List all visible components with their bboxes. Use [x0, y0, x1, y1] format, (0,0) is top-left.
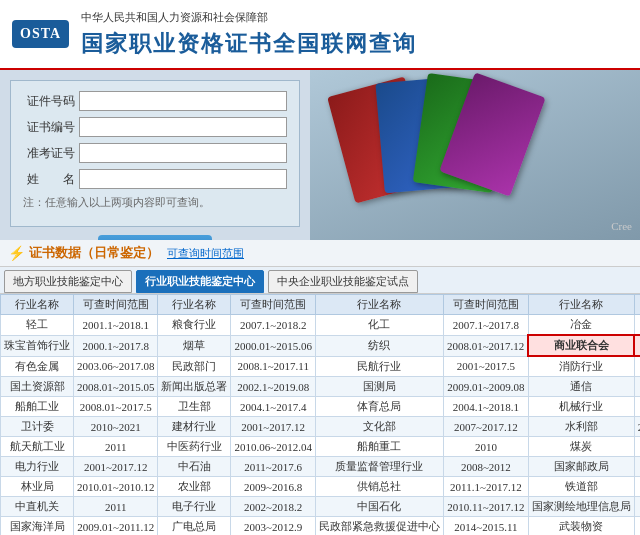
image-panel: Cree	[310, 70, 640, 240]
table-cell: 烟草	[158, 335, 231, 356]
form-box: 证件号码 证书编号 准考证号 姓 名 注：任意输入以上两项内容即可查询。	[10, 80, 300, 227]
table-cell: 2010	[634, 457, 640, 477]
table-cell: 铁道部	[528, 477, 634, 497]
exam-num-row: 准考证号	[23, 143, 287, 163]
table-cell: 2006~2018.2	[634, 437, 640, 457]
table-cell: 2007~2017.12	[443, 417, 528, 437]
table-cell: 电子行业	[158, 497, 231, 517]
table-cell: 2001~2017.5	[443, 356, 528, 377]
tab-row: 地方职业技能鉴定中心 行业职业技能鉴定中心 中央企业职业技能鉴定试点	[0, 267, 640, 294]
col-h4: 可查时间范围	[231, 295, 315, 315]
section-title: 证书数据（日常鉴定）	[29, 244, 159, 262]
section-note-link[interactable]: 可查询时间范围	[167, 246, 244, 261]
table-cell: 2008.01~2017.5	[74, 397, 158, 417]
table-cell: 2008.1~2017.11	[634, 335, 640, 356]
table-cell: 2010.1~2018.2	[634, 377, 640, 397]
cert-code-label: 证书编号	[23, 119, 75, 136]
table-cell: 电力行业	[1, 457, 74, 477]
tab-central[interactable]: 中央企业职业技能鉴定试点	[268, 270, 418, 293]
table-cell: 消防行业	[528, 356, 634, 377]
cert-code-row: 证书编号	[23, 117, 287, 137]
table-cell: 国测局	[315, 377, 443, 397]
table-cell: 珠宝首饰行业	[1, 335, 74, 356]
table-cell: 2008~2012	[443, 457, 528, 477]
cert-num-label: 证件号码	[23, 93, 75, 110]
table-cell: 建材行业	[158, 417, 231, 437]
table-cell: 2007.1~2017.8	[443, 315, 528, 336]
table-cell: 纺织	[315, 335, 443, 356]
lower-section: ⚡ 证书数据（日常鉴定） 可查询时间范围 地方职业技能鉴定中心 行业职业技能鉴定…	[0, 240, 640, 535]
cert-num-row: 证件号码	[23, 91, 287, 111]
table-cell: 中石油	[158, 457, 231, 477]
table-cell: 2009~2016.8	[231, 477, 315, 497]
table-cell: 2001~2017.12	[231, 417, 315, 437]
table-row: 电力行业2001~2017.12中石油2011~2017.6质量监督管理行业20…	[1, 457, 641, 477]
table-cell: 2011	[74, 497, 158, 517]
upper-section: 证件号码 证书编号 准考证号 姓 名 注：任意输入以上两项内容即可查询。 查 询	[0, 70, 640, 240]
logo: OSTA	[12, 20, 69, 48]
table-cell: 中医药行业	[158, 437, 231, 457]
table-cell: 航天航工业	[1, 437, 74, 457]
table-cell: 农业部	[158, 477, 231, 497]
table-cell: 卫计委	[1, 417, 74, 437]
table-row: 林业局2010.01~2010.12农业部2009~2016.8供销总社2011…	[1, 477, 641, 497]
table-cell: 中直机关	[1, 497, 74, 517]
name-label: 姓 名	[23, 171, 75, 188]
table-row: 国家海洋局2009.01~2011.12广电总局2003~2012.9民政部紧急…	[1, 517, 641, 536]
exam-num-label: 准考证号	[23, 145, 75, 162]
table-cell: 国家海洋局	[1, 517, 74, 536]
tab-industry[interactable]: 行业职业技能鉴定中心	[136, 270, 264, 293]
col-h6: 可查时间范围	[443, 295, 528, 315]
table-cell: 2010.11~2017.12	[443, 497, 528, 517]
table-cell: 2008.01~2015.05	[74, 377, 158, 397]
table-cell: 2011~2017.6	[231, 457, 315, 477]
table-container: 行业名称 可查时间范围 行业名称 可查时间范围 行业名称 可查时间范围 行业名称…	[0, 294, 640, 535]
table-cell: 2003~2018.2	[634, 397, 640, 417]
table-cell: 2004.1~2017.4	[231, 397, 315, 417]
name-input[interactable]	[79, 169, 287, 189]
section-icon: ⚡	[8, 245, 25, 262]
col-h7: 行业名称	[528, 295, 634, 315]
table-row: 国土资源部2008.01~2015.05新闻出版总署2002.1~2019.08…	[1, 377, 641, 397]
table-cell: 中国石化	[315, 497, 443, 517]
table-cell: 2010.1~2018.2	[634, 315, 640, 336]
col-h5: 行业名称	[315, 295, 443, 315]
table-body: 轻工2001.1~2018.1粮食行业2007.1~2018.2化工2007.1…	[1, 315, 641, 536]
table-cell: 商业联合会	[528, 335, 634, 356]
table-cell: 2010	[443, 437, 528, 457]
cert-num-input[interactable]	[79, 91, 287, 111]
exam-num-input[interactable]	[79, 143, 287, 163]
table-row: 轻工2001.1~2018.1粮食行业2007.1~2018.2化工2007.1…	[1, 315, 641, 336]
table-cell: 2014~2015.11	[443, 517, 528, 536]
col-h8: 可查时间范围	[634, 295, 640, 315]
table-cell: 武装物资	[528, 517, 634, 536]
table-cell: 有色金属	[1, 356, 74, 377]
decorative-text: Cree	[611, 220, 632, 232]
table-cell: 民政部紧急救援促进中心	[315, 517, 443, 536]
table-cell: 2002~2018.2	[634, 497, 640, 517]
table-cell: 船舶工业	[1, 397, 74, 417]
table-cell: 2004.1~2018.1	[443, 397, 528, 417]
table-cell: 粮食行业	[158, 315, 231, 336]
table-cell: 2008.1~2017.11	[231, 356, 315, 377]
table-cell: 2010~2021	[74, 417, 158, 437]
table-cell: 2000.01~2015.06	[231, 335, 315, 356]
table-cell: 通信	[528, 377, 634, 397]
cert-code-input[interactable]	[79, 117, 287, 137]
table-cell: 2009~2011	[634, 477, 640, 497]
tab-local[interactable]: 地方职业技能鉴定中心	[4, 270, 132, 293]
table-cell: 2001.1~2018.1	[74, 315, 158, 336]
col-h3: 行业名称	[158, 295, 231, 315]
table-row: 有色金属2003.06~2017.08民政部门2008.1~2017.11民航行…	[1, 356, 641, 377]
table-header-row: 行业名称 可查时间范围 行业名称 可查时间范围 行业名称 可查时间范围 行业名称…	[1, 295, 641, 315]
section-header: ⚡ 证书数据（日常鉴定） 可查询时间范围	[0, 240, 640, 267]
table-cell: 2003.06~2017.08	[74, 356, 158, 377]
table-cell: 2007.1~2018.2	[231, 315, 315, 336]
ministry-text: 中华人民共和国人力资源和社会保障部	[81, 10, 628, 25]
table-cell: 2011	[74, 437, 158, 457]
table-row: 中直机关2011电子行业2002~2018.2中国石化2010.11~2017.…	[1, 497, 641, 517]
table-cell: 卫生部	[158, 397, 231, 417]
table-cell: 2002~2018.2	[231, 497, 315, 517]
table-row: 珠宝首饰行业2000.1~2017.8烟草2000.01~2015.06纺织20…	[1, 335, 641, 356]
table-cell: 供销总社	[315, 477, 443, 497]
